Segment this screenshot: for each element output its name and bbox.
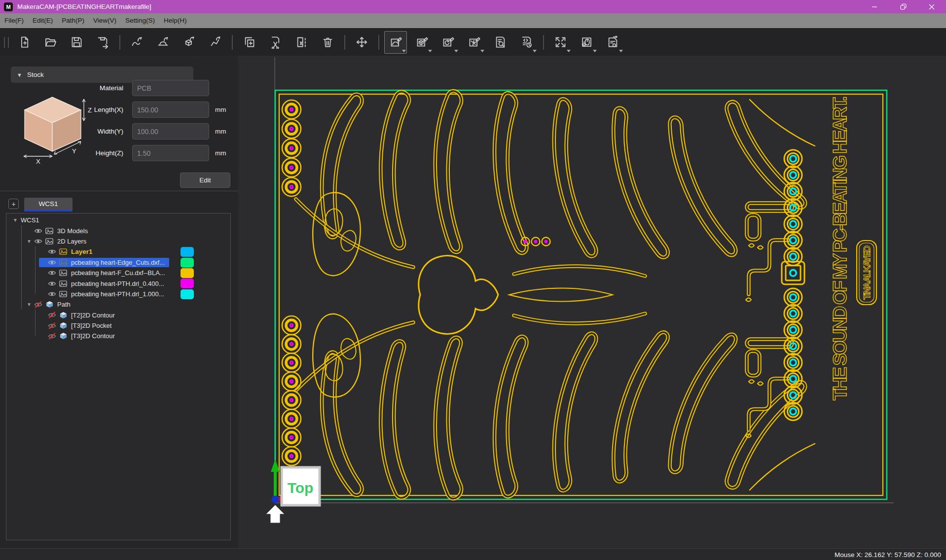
visibility-eye-icon[interactable] — [47, 258, 57, 266]
stock-field-row: Height(Z)mm — [54, 145, 232, 161]
tree-row-pcbeating-heart-pth-drl-1-000[interactable]: pcbeating heart-PTH.drl_1.000... — [6, 289, 230, 299]
toolbar-edit-2d-button[interactable] — [384, 31, 407, 54]
toolbar-import-image-button[interactable] — [125, 31, 148, 54]
tree-row-layer1[interactable]: Layer1 — [6, 246, 230, 257]
tree-row-path[interactable]: ▼Path — [6, 299, 230, 310]
visibility-eye-icon[interactable] — [47, 248, 57, 256]
menu-bar: File(F)Edit(E)Path(P)View(V)Setting(S)He… — [0, 13, 946, 29]
unit-label: mm — [215, 128, 226, 135]
toolbar-paste-button[interactable] — [290, 31, 313, 54]
tree-row-label: [T3]2D Contour — [70, 332, 116, 340]
tab-wcs1[interactable]: WCS1 — [24, 198, 73, 210]
stock-field-row: Width(Y)mm — [54, 123, 232, 140]
toolbar-new-file-button[interactable] — [13, 31, 36, 54]
layer-color-swatch[interactable] — [181, 279, 194, 288]
pcb-author-text: TINA ALKAYED — [862, 245, 872, 300]
tree-row-t2-2d-contour[interactable]: [T2]2D Contour — [6, 310, 230, 320]
menu-setting[interactable]: Setting(S) — [121, 13, 159, 28]
visibility-eye-off-icon[interactable] — [33, 301, 43, 309]
tree-row-t3-2d-pocket[interactable]: [T3]2D Pocket — [6, 320, 230, 331]
toolbar-separator — [232, 35, 233, 50]
viewport-canvas[interactable]: THE SOUND OF MY PC-BEATING HEART. TINA A… — [238, 56, 946, 548]
add-wcs-tab-button[interactable]: + — [8, 199, 19, 209]
menu-edit[interactable]: Edit(E) — [28, 13, 57, 28]
view-orientation-label[interactable]: Top — [282, 467, 320, 505]
menu-path[interactable]: Path(P) — [57, 13, 89, 28]
toolbar-save-as-button[interactable] — [91, 31, 114, 54]
toolbar-import-curve-button[interactable] — [151, 31, 174, 54]
tree-row-pcbeating-heart-pth-drl-0-400[interactable]: pcbeating heart-PTH.drl_0.400... — [6, 278, 230, 288]
toolbar-path-preview-button[interactable] — [489, 31, 511, 54]
toolpath-icon — [58, 322, 68, 330]
visibility-eye-icon[interactable] — [33, 227, 43, 235]
layer-color-swatch[interactable] — [181, 289, 194, 299]
stock-edit-button[interactable]: Edit — [180, 173, 230, 188]
minimize-button[interactable] — [860, 0, 889, 13]
dropdown-arrow-icon[interactable] — [567, 50, 571, 52]
dropdown-arrow-icon[interactable] — [533, 50, 537, 52]
stock-lengthx-input[interactable] — [132, 102, 209, 118]
stock-material-input[interactable] — [132, 80, 209, 96]
tree-row-2d-layers[interactable]: ▼2D Layers — [6, 236, 230, 246]
visibility-eye-icon[interactable] — [47, 280, 57, 287]
stock-field-row: Material — [54, 80, 232, 96]
toolbar-import-3d-button[interactable] — [178, 31, 200, 54]
layer-tree: ▼WCS13D Models▼2D LayersLayer1pcbeating … — [6, 213, 231, 540]
app-logo-icon: M — [4, 2, 13, 11]
home-arrow-icon[interactable] — [266, 505, 285, 523]
dropdown-arrow-icon[interactable] — [593, 50, 597, 52]
layer-image-icon — [58, 280, 68, 287]
toolbar-import-vector-button[interactable] — [204, 31, 226, 54]
toolbar-separator — [378, 35, 379, 50]
dropdown-arrow-icon[interactable] — [480, 50, 484, 52]
layer-color-swatch[interactable] — [181, 258, 194, 268]
expander-arrow-icon[interactable]: ▼ — [25, 239, 33, 244]
dropdown-arrow-icon[interactable] — [619, 50, 623, 52]
toolbar-mouse-settings-button[interactable] — [575, 31, 598, 54]
toolbar-gcode-info-button[interactable] — [515, 31, 538, 54]
visibility-eye-icon[interactable] — [33, 237, 43, 245]
toolbar-open-file-button[interactable] — [39, 31, 62, 54]
menu-view[interactable]: View(V) — [89, 13, 121, 28]
toolbar-transform-move-button[interactable] — [350, 31, 373, 54]
stock-heightz-input[interactable] — [132, 145, 209, 161]
expander-arrow-icon[interactable]: ▼ — [11, 217, 19, 223]
tree-row-label: pcbeating heart-Edge_Cuts.dxf... — [70, 259, 166, 266]
tree-row-pcbeating-heart-f-cu-dxf-bla[interactable]: pcbeating heart-F_Cu.dxf--BLA... — [6, 268, 230, 278]
tree-row-wcs1[interactable]: ▼WCS1 — [6, 215, 230, 225]
tree-row-t3-2d-contour[interactable]: [T3]2D Contour — [6, 331, 230, 341]
toolbar-cut-button[interactable] — [264, 31, 287, 54]
layer-color-swatch[interactable] — [181, 268, 194, 278]
layer-image-icon — [58, 269, 68, 277]
visibility-eye-icon[interactable] — [47, 269, 57, 277]
visibility-eye-icon[interactable] — [47, 290, 57, 298]
restore-button[interactable] — [889, 0, 917, 13]
visibility-eye-off-icon[interactable] — [47, 311, 57, 319]
tree-row-label: Path — [56, 301, 72, 308]
dropdown-arrow-icon[interactable] — [428, 50, 432, 52]
visibility-eye-off-icon[interactable] — [47, 322, 57, 330]
toolbar-delete-button[interactable] — [316, 31, 339, 54]
toolbar-post-process-button[interactable] — [601, 31, 624, 54]
dropdown-arrow-icon[interactable] — [454, 50, 458, 52]
stock-widthy-input[interactable] — [132, 123, 209, 140]
menu-file[interactable]: File(F) — [0, 13, 28, 28]
toolbar-copy-button[interactable] — [238, 31, 260, 54]
toolbar-grip[interactable] — [4, 37, 9, 48]
chevron-down-icon: ▼ — [17, 72, 22, 78]
close-button[interactable] — [917, 0, 946, 13]
toolbar-save-file-button[interactable] — [65, 31, 88, 54]
tree-row-pcbeating-heart-edge-cuts-dxf[interactable]: pcbeating heart-Edge_Cuts.dxf... — [6, 257, 230, 268]
toolbar-edit-3d-button[interactable] — [410, 31, 433, 54]
layer-image-icon — [44, 237, 54, 245]
visibility-eye-off-icon[interactable] — [47, 332, 57, 340]
toolbar-edit-rotate-button[interactable] — [437, 31, 459, 54]
layer-color-swatch[interactable] — [181, 247, 194, 257]
stock-field-row: Length(X)mm — [54, 102, 232, 118]
toolbar-edit-break-button[interactable] — [463, 31, 485, 54]
expander-arrow-icon[interactable]: ▼ — [25, 302, 33, 307]
tree-row-3d-models[interactable]: 3D Models — [6, 225, 230, 236]
toolbar-fit-view-button[interactable] — [549, 31, 572, 54]
menu-help[interactable]: Help(H) — [159, 13, 191, 28]
dropdown-arrow-icon[interactable] — [402, 50, 406, 52]
